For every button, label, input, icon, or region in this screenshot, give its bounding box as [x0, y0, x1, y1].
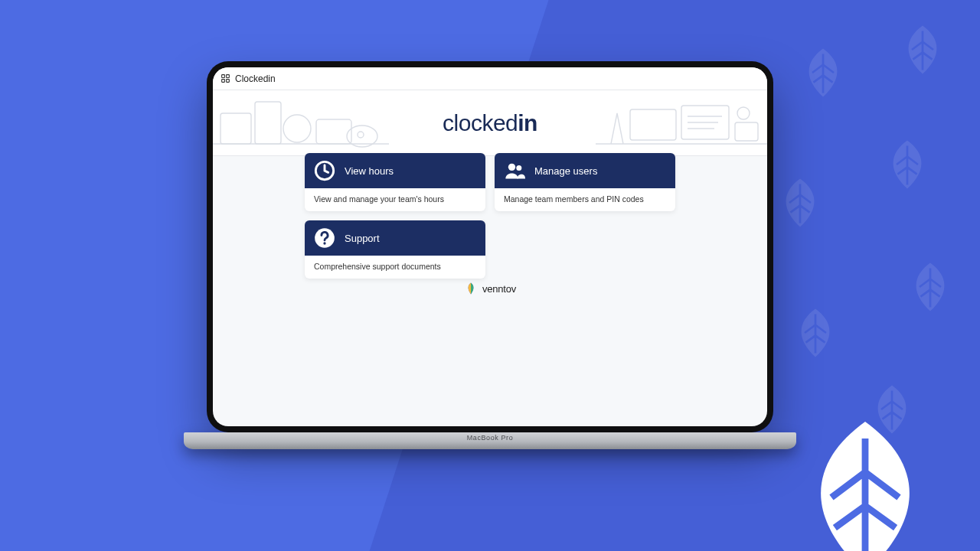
- brand-logo: clockedin: [443, 110, 537, 136]
- window-title: Clockedin: [235, 73, 276, 84]
- venntov-logo-icon: [464, 282, 478, 295]
- leaf-icon: [789, 306, 842, 360]
- card-title: Manage users: [534, 165, 597, 177]
- card-desc: Manage team members and PIN codes: [495, 188, 675, 211]
- users-icon: [504, 160, 525, 181]
- leaf-icon: [781, 413, 949, 551]
- leaf-icon: [880, 138, 934, 191]
- footer-company-name: venntov: [482, 283, 516, 295]
- manage-users-card[interactable]: Manage users Manage team members and PIN…: [495, 153, 675, 211]
- svg-rect-8: [316, 119, 351, 144]
- card-head: Manage users: [495, 153, 675, 188]
- card-head: Support: [305, 220, 485, 256]
- leaf-icon: [896, 23, 949, 77]
- svg-rect-0: [222, 75, 225, 78]
- svg-point-17: [737, 107, 750, 119]
- svg-point-7: [283, 115, 311, 142]
- laptop-bezel: Clockedin: [207, 61, 773, 432]
- footer-company: venntov: [213, 282, 767, 295]
- hero: clockedin: [213, 90, 767, 156]
- leaf-icon: [796, 46, 850, 99]
- cards-grid: View hours View and manage your team's h…: [213, 153, 767, 279]
- device-label: MacBook Pro: [184, 434, 796, 442]
- question-icon: [314, 227, 335, 249]
- brand-logo-right: in: [518, 110, 537, 135]
- apps-grid-icon: [220, 73, 230, 83]
- svg-rect-5: [220, 113, 251, 144]
- svg-point-10: [358, 132, 364, 138]
- laptop-mock: Clockedin: [207, 61, 773, 449]
- svg-rect-12: [630, 109, 676, 140]
- svg-point-21: [516, 165, 521, 171]
- svg-rect-1: [227, 75, 230, 78]
- brand-logo-left: clocked: [443, 110, 518, 135]
- marketing-backdrop: Clockedin: [0, 0, 980, 551]
- svg-rect-3: [227, 80, 230, 83]
- titlebar: Clockedin: [213, 67, 767, 90]
- support-card[interactable]: Support Comprehensive support documents: [305, 220, 485, 279]
- laptop-base: MacBook Pro: [184, 432, 796, 449]
- view-hours-card[interactable]: View hours View and manage your team's h…: [305, 153, 485, 211]
- svg-rect-18: [735, 122, 758, 141]
- svg-point-20: [508, 164, 515, 171]
- card-head: View hours: [305, 153, 485, 188]
- svg-rect-6: [255, 102, 281, 144]
- leaf-icon: [773, 176, 827, 230]
- svg-rect-2: [222, 80, 225, 83]
- card-title: Support: [345, 233, 380, 244]
- card-desc: View and manage your team's hours: [305, 188, 485, 211]
- card-title: View hours: [345, 165, 394, 177]
- svg-point-23: [323, 242, 325, 244]
- leaf-icon: [903, 260, 957, 314]
- app-screen: Clockedin: [213, 67, 767, 426]
- clock-icon: [314, 160, 335, 181]
- card-desc: Comprehensive support documents: [305, 256, 485, 279]
